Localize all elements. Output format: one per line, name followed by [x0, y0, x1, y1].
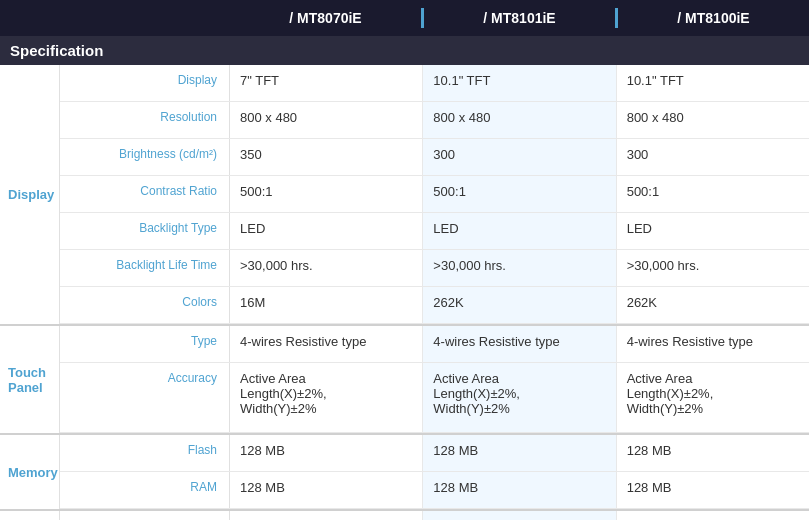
row-label-flash: Flash — [60, 435, 230, 471]
row-cell: 10.1" TFT — [617, 65, 809, 101]
memory-label: Memory — [0, 435, 60, 509]
row-cell: 32 bits RISC Cortex-A8 600MHz — [230, 511, 423, 520]
row-cell: 32 bits RISC Cortex-A8 600MHz — [617, 511, 809, 520]
row-label-proc — [60, 511, 230, 520]
row-cell: 128 MB — [230, 435, 423, 471]
display-section-label: Display — [0, 65, 60, 324]
display-section: Display Display 7" TFT 10.1" TFT 10.1" T… — [0, 65, 809, 326]
row-cell: 128 MB — [617, 472, 809, 508]
row-cell: Active Area Length(X)±2%, Width(Y)±2% — [230, 363, 423, 432]
row-cell: 10.1" TFT — [423, 65, 616, 101]
table-row: Brightness (cd/m²) 350 300 300 — [60, 139, 809, 176]
row-label-backlight-type: Backlight Type — [60, 213, 230, 249]
row-cell: 128 MB — [617, 435, 809, 471]
product-col-1: / MT8070iE — [230, 8, 421, 28]
row-label-ram: RAM — [60, 472, 230, 508]
memory-section: Memory Flash 128 MB 128 MB 128 MB RAM 12… — [0, 435, 809, 511]
row-cell: Active Area Length(X)±2%, Width(Y)±2% — [423, 363, 616, 432]
table-row: Backlight Life Time >30,000 hrs. >30,000… — [60, 250, 809, 287]
row-cell: >30,000 hrs. — [617, 250, 809, 286]
row-cell: >30,000 hrs. — [230, 250, 423, 286]
row-cell: 32 bits RISC Cortex-A8 600MHz — [423, 511, 616, 520]
product-col-2: / MT8101iE — [421, 8, 618, 28]
row-label-accuracy: Accuracy — [60, 363, 230, 432]
row-cell: 350 — [230, 139, 423, 175]
row-cell: 4-wires Resistive type — [617, 326, 809, 362]
header-row: / MT8070iE / MT8101iE / MT8100iE — [0, 0, 809, 36]
row-label-backlight-life: Backlight Life Time — [60, 250, 230, 286]
memory-rows: Flash 128 MB 128 MB 128 MB RAM 128 MB 12… — [60, 435, 809, 509]
display-rows: Display 7" TFT 10.1" TFT 10.1" TFT Resol… — [60, 65, 809, 324]
row-cell: LED — [617, 213, 809, 249]
row-cell: 800 x 480 — [617, 102, 809, 138]
product-col-3: / MT8100iE — [618, 8, 809, 28]
processor-section: Processor 32 bits RISC Cortex-A8 600MHz … — [0, 511, 809, 520]
row-cell: LED — [230, 213, 423, 249]
row-cell: 128 MB — [230, 472, 423, 508]
table-row: Colors 16M 262K 262K — [60, 287, 809, 324]
touch-panel-label: Touch Panel — [0, 326, 60, 433]
row-label-resolution: Resolution — [60, 102, 230, 138]
row-cell: 500:1 — [423, 176, 616, 212]
row-cell: 262K — [617, 287, 809, 323]
processor-label: Processor — [0, 511, 60, 520]
table-row: Type 4-wires Resistive type 4-wires Resi… — [60, 326, 809, 363]
table-row: 32 bits RISC Cortex-A8 600MHz 32 bits RI… — [60, 511, 809, 520]
row-cell: >30,000 hrs. — [423, 250, 616, 286]
touch-panel-rows: Type 4-wires Resistive type 4-wires Resi… — [60, 326, 809, 433]
row-cell: 16M — [230, 287, 423, 323]
table-row: RAM 128 MB 128 MB 128 MB — [60, 472, 809, 509]
row-label-contrast: Contrast Ratio — [60, 176, 230, 212]
table-row: Accuracy Active Area Length(X)±2%, Width… — [60, 363, 809, 433]
row-cell: 300 — [423, 139, 616, 175]
row-cell: 500:1 — [617, 176, 809, 212]
row-label-display: Display — [60, 65, 230, 101]
row-cell: 500:1 — [230, 176, 423, 212]
row-cell: Active Area Length(X)±2%, Width(Y)±2% — [617, 363, 809, 432]
row-label-colors: Colors — [60, 287, 230, 323]
table-row: Flash 128 MB 128 MB 128 MB — [60, 435, 809, 472]
row-cell: 800 x 480 — [230, 102, 423, 138]
spec-title-bar: Specification — [0, 36, 809, 65]
row-cell: 300 — [617, 139, 809, 175]
row-label-type: Type — [60, 326, 230, 362]
touch-panel-section: Touch Panel Type 4-wires Resistive type … — [0, 326, 809, 435]
row-cell: 4-wires Resistive type — [423, 326, 616, 362]
row-cell: 800 x 480 — [423, 102, 616, 138]
processor-rows: 32 bits RISC Cortex-A8 600MHz 32 bits RI… — [60, 511, 809, 520]
table-row: Backlight Type LED LED LED — [60, 213, 809, 250]
table-row: Contrast Ratio 500:1 500:1 500:1 — [60, 176, 809, 213]
row-cell: 128 MB — [423, 472, 616, 508]
row-cell: 7" TFT — [230, 65, 423, 101]
row-cell: LED — [423, 213, 616, 249]
row-label-brightness: Brightness (cd/m²) — [60, 139, 230, 175]
table-container: Display Display 7" TFT 10.1" TFT 10.1" T… — [0, 65, 809, 520]
table-row: Display 7" TFT 10.1" TFT 10.1" TFT — [60, 65, 809, 102]
row-cell: 4-wires Resistive type — [230, 326, 423, 362]
row-cell: 128 MB — [423, 435, 616, 471]
row-cell: 262K — [423, 287, 616, 323]
table-row: Resolution 800 x 480 800 x 480 800 x 480 — [60, 102, 809, 139]
